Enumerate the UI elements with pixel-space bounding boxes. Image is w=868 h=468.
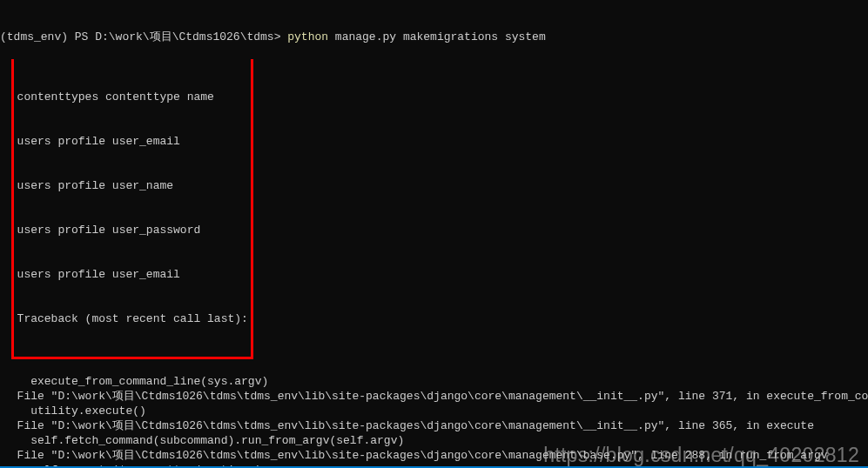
output-line: users profile user_password bbox=[14, 223, 248, 237]
highlighted-output-box: contenttypes contenttype name users prof… bbox=[11, 59, 253, 359]
command-python: python bbox=[287, 30, 328, 44]
output-line: contenttypes contenttype name bbox=[14, 90, 248, 104]
output-line: users profile user_email bbox=[14, 134, 248, 149]
terminal-output[interactable]: (tdms_env) PS D:\work\项目\Ctdms1026\tdms>… bbox=[0, 0, 868, 468]
output-line: users profile user_email bbox=[14, 267, 248, 282]
command-args: manage.py makemigrations system bbox=[328, 30, 546, 44]
output-line: users profile user_name bbox=[14, 178, 248, 193]
traceback-line: File "D:\work\项目\Ctdms1026\tdms\tdms_env… bbox=[0, 448, 868, 463]
traceback-line: execute_from_command_line(sys.argv) bbox=[0, 374, 868, 389]
traceback-line: self.fetch_command(subcommand).run_from_… bbox=[0, 433, 868, 448]
traceback-line: utility.execute() bbox=[0, 404, 868, 418]
command-prompt-line: (tdms_env) PS D:\work\项目\Ctdms1026\tdms>… bbox=[0, 30, 868, 44]
prompt-prefix: (tdms_env) PS D:\work\项目\Ctdms1026\tdms> bbox=[0, 30, 287, 44]
traceback-body: execute_from_command_line(sys.argv) File… bbox=[0, 374, 868, 468]
traceback-header: Traceback (most recent call last): bbox=[14, 311, 248, 326]
traceback-line: File "D:\work\项目\Ctdms1026\tdms\tdms_env… bbox=[0, 418, 868, 433]
traceback-line: File "D:\work\项目\Ctdms1026\tdms\tdms_env… bbox=[0, 389, 868, 404]
